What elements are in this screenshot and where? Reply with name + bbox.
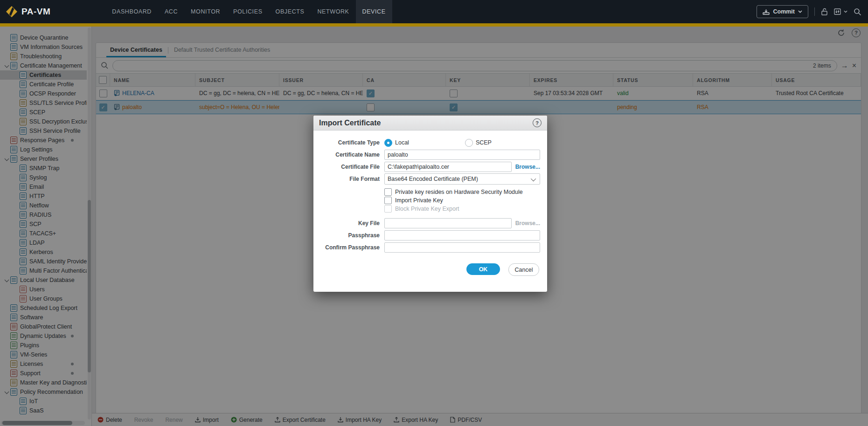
main-nav-tabs: DASHBOARDACCMONITORPOLICIESOBJECTSNETWOR…	[105, 0, 392, 23]
hsm-checkbox-row: Private key resides on Hardware Security…	[384, 188, 540, 196]
dialog-title: Import Certificate	[319, 119, 381, 127]
top-nav: PA-VM DASHBOARDACCMONITORPOLICIESOBJECTS…	[0, 0, 868, 23]
dialog-body: Certificate Type Local SCEP Certificate …	[313, 131, 547, 276]
file-format-label: File Format	[318, 176, 384, 182]
block-private-key-checkbox-row: Block Private Key Export	[384, 205, 540, 213]
cancel-button[interactable]: Cancel	[508, 263, 539, 276]
nav-item-monitor[interactable]: MONITOR	[184, 0, 227, 23]
nav-item-objects[interactable]: OBJECTS	[269, 0, 311, 23]
radio-local[interactable]	[384, 139, 392, 147]
chevron-down-icon	[531, 176, 536, 181]
config-sync-icon[interactable]	[834, 8, 847, 15]
certificate-type-label: Certificate Type	[318, 139, 384, 146]
nav-item-acc[interactable]: ACC	[158, 0, 184, 23]
commit-label: Commit	[773, 8, 795, 15]
nav-right-controls: Commit	[757, 0, 861, 23]
key-file-browse-button: Browse...	[515, 220, 540, 227]
radio-scep-label: SCEP	[476, 139, 492, 146]
browse-button[interactable]: Browse...	[515, 164, 540, 170]
hsm-checkbox[interactable]	[384, 188, 392, 196]
import-certificate-dialog: Import Certificate ? Certificate Type Lo…	[313, 116, 547, 292]
nav-item-device[interactable]: DEVICE	[356, 0, 392, 23]
import-private-key-checkbox-row: Import Private Key	[384, 196, 540, 205]
nav-item-dashboard[interactable]: DASHBOARD	[105, 0, 158, 23]
commit-icon	[763, 9, 770, 15]
nav-item-policies[interactable]: POLICIES	[227, 0, 269, 23]
passphrase-input[interactable]	[384, 230, 540, 240]
chevron-down-icon	[798, 10, 802, 13]
ok-button[interactable]: OK	[466, 263, 500, 275]
confirm-passphrase-input[interactable]	[384, 242, 540, 253]
pa-vm-logo: PA-VM	[6, 6, 50, 18]
certificate-name-input[interactable]	[384, 150, 540, 160]
confirm-passphrase-label: Confirm Passphrase	[318, 244, 384, 251]
gold-accent-bar	[0, 23, 868, 27]
certificate-name-label: Certificate Name	[318, 151, 384, 158]
key-file-label: Key File	[318, 220, 384, 227]
certificate-file-input[interactable]	[384, 162, 512, 172]
dialog-footer: OK Cancel	[318, 263, 540, 276]
block-private-key-checkbox	[384, 205, 392, 213]
file-format-select[interactable]: Base64 Encoded Certificate (PEM)	[384, 173, 540, 185]
search-icon[interactable]	[854, 8, 861, 16]
divider	[814, 7, 815, 16]
dialog-title-bar: Import Certificate ?	[313, 116, 547, 131]
passphrase-label: Passphrase	[318, 232, 384, 239]
product-name: PA-VM	[21, 7, 50, 17]
file-format-value: Base64 Encoded Certificate (PEM)	[388, 176, 478, 182]
help-icon[interactable]: ?	[533, 118, 542, 127]
hsm-checkbox-label: Private key resides on Hardware Security…	[395, 189, 523, 195]
radio-scep[interactable]	[465, 139, 473, 147]
lock-icon[interactable]	[821, 8, 828, 15]
certificate-file-label: Certificate File	[318, 164, 384, 170]
nav-item-network[interactable]: NETWORK	[311, 0, 355, 23]
import-private-key-checkbox[interactable]	[384, 197, 392, 204]
palo-alto-logo-icon	[6, 6, 18, 18]
key-file-input[interactable]	[384, 218, 512, 228]
block-private-key-label: Block Private Key Export	[395, 206, 459, 212]
radio-local-label: Local	[395, 139, 409, 146]
import-private-key-label: Import Private Key	[395, 197, 443, 204]
commit-button[interactable]: Commit	[757, 5, 808, 18]
